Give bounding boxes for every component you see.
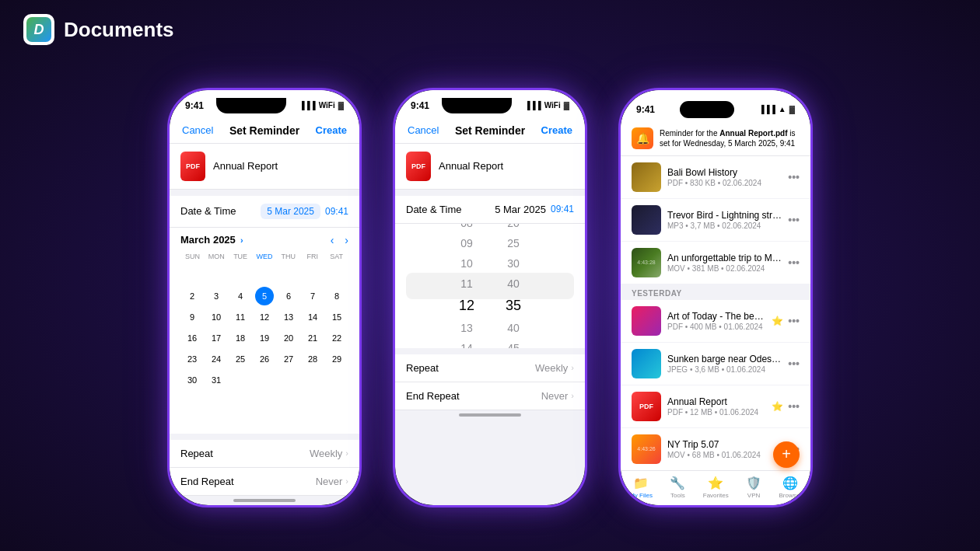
repeat-row-2[interactable]: Repeat Weekly › <box>395 354 585 382</box>
cancel-button-2[interactable]: Cancel <box>408 124 439 136</box>
cal-day[interactable]: 23 <box>183 350 201 368</box>
cal-day[interactable]: 18 <box>231 329 250 347</box>
cal-day[interactable]: 29 <box>327 350 346 368</box>
list-item[interactable]: Art of Today - The best works of ar... t… <box>621 300 810 343</box>
prev-month-button-1[interactable]: ‹ <box>331 234 334 246</box>
tab-my-files[interactable]: 📁 My Files <box>629 476 653 499</box>
fab-add-button[interactable]: + <box>773 441 800 468</box>
cal-day[interactable]: 28 <box>303 350 322 368</box>
nav-title-2: Set Reminder <box>455 124 525 137</box>
cancel-button-1[interactable]: Cancel <box>182 124 213 136</box>
phone-1-screen: 9:41 ▐▐▐ WiFi ▓ Cancel Set Reminder Crea… <box>170 90 359 505</box>
list-item[interactable]: Sunken barge near Odessa Dolphin JPEG • … <box>621 343 810 385</box>
cal-day[interactable]: 21 <box>303 329 322 347</box>
end-repeat-value-2: Never › <box>541 390 574 402</box>
cal-day[interactable]: 12 <box>255 308 274 326</box>
file-item-meta: PDF • 400 MB • 01.06.2024 <box>667 323 765 331</box>
file-list: Bali Bowl History PDF • 830 KB • 02.06.2… <box>621 156 810 470</box>
file-item-actions: ⭐ ••• <box>772 315 800 327</box>
list-item[interactable]: Bali Bowl History PDF • 830 KB • 02.06.2… <box>621 156 810 199</box>
file-item-meta: JPEG • 3,6 MB • 01.06.2024 <box>667 365 782 374</box>
minute-item: 20 <box>490 224 537 234</box>
tab-bar-3: 📁 My Files 🔧 Tools ⭐ Favorites 🛡️ VPN 🌐 <box>621 470 810 505</box>
cal-day[interactable]: 16 <box>183 329 201 347</box>
notification-text: Reminder for the Annual Report.pdf is se… <box>660 128 800 148</box>
cal-day[interactable]: 14 <box>303 308 322 326</box>
date-badge-1[interactable]: 5 Mar 2025 <box>261 204 320 219</box>
month-arrow-1: › <box>238 235 243 245</box>
cal-day[interactable]: 8 <box>327 287 346 305</box>
file-info: NY Trip 5.07 MOV • 68 MB • 01.06.2024 <box>667 439 782 459</box>
cal-day[interactable]: 26 <box>255 350 274 368</box>
end-repeat-chevron-1: › <box>345 476 348 486</box>
cal-day[interactable]: 11 <box>231 308 250 326</box>
cal-day[interactable]: 3 <box>207 287 226 305</box>
cal-day[interactable]: 22 <box>327 329 346 347</box>
more-button[interactable]: ••• <box>788 171 800 183</box>
hour-column[interactable]: 08 09 10 11 12 13 14 <box>443 224 490 348</box>
more-button[interactable]: ••• <box>788 256 800 269</box>
cal-day[interactable]: 17 <box>207 329 226 347</box>
tab-browser[interactable]: 🌐 Browser <box>779 476 801 499</box>
cal-day[interactable]: 4 <box>231 287 250 305</box>
minute-column[interactable]: 20 25 30 40 35 40 45 <box>490 224 537 348</box>
signal-icon-1: ▐▐▐ <box>299 101 315 110</box>
cal-day[interactable]: 10 <box>207 308 226 326</box>
cal-day[interactable]: 27 <box>279 350 298 368</box>
status-time-3: 9:41 <box>636 104 655 115</box>
tab-favorites[interactable]: ⭐ Favorites <box>703 476 729 499</box>
list-item[interactable]: 4:43:28 An unforgettable trip to Montene… <box>621 242 810 284</box>
file-info: Sunken barge near Odessa Dolphin JPEG • … <box>667 354 782 374</box>
tab-tools[interactable]: 🔧 Tools <box>670 476 685 499</box>
cal-day[interactable]: 19 <box>255 329 274 347</box>
end-repeat-row-2[interactable]: End Repeat Never › <box>395 382 585 410</box>
file-thumb-art <box>632 306 661 336</box>
repeat-chevron-2: › <box>571 363 574 372</box>
cal-day[interactable]: 9 <box>183 308 201 326</box>
browser-label: Browser <box>779 492 801 499</box>
create-button-2[interactable]: Create <box>541 124 572 136</box>
more-button[interactable]: ••• <box>788 315 800 327</box>
cal-day[interactable]: 2 <box>183 287 201 305</box>
cal-day[interactable]: 13 <box>279 308 298 326</box>
time-badge-2[interactable]: 09:41 <box>551 204 574 214</box>
list-item[interactable]: Trevor Bird - Lightning strike the stepp… <box>621 199 810 242</box>
file-item-actions: ••• <box>788 171 800 183</box>
cal-day[interactable]: 15 <box>327 308 346 326</box>
phone-1-nav-bar: Cancel Set Reminder Create <box>170 117 359 144</box>
more-button[interactable]: ••• <box>788 400 800 413</box>
file-thumb-montenegro: 4:43:28 <box>632 248 661 277</box>
cal-day[interactable]: 6 <box>279 287 298 305</box>
cal-day[interactable]: 24 <box>207 350 226 368</box>
signal-icon-3: ▐▐▐ <box>759 105 775 113</box>
cal-day[interactable]: 20 <box>279 329 298 347</box>
home-indicator-1 <box>233 499 296 502</box>
minute-item: 30 <box>490 253 537 274</box>
more-button[interactable]: ••• <box>788 214 800 226</box>
end-repeat-value-1: Never › <box>316 476 348 487</box>
cal-day[interactable]: 31 <box>207 371 226 389</box>
time-badge-1[interactable]: 09:41 <box>325 206 348 217</box>
file-item-name: Art of Today - The best works of ar... t… <box>667 311 765 322</box>
signal-icon-2: ▐▐▐ <box>524 101 541 110</box>
end-repeat-chevron-2: › <box>571 391 574 400</box>
status-icons-1: ▐▐▐ WiFi ▓ <box>299 101 344 110</box>
time-picker-2[interactable]: 08 09 10 11 12 13 14 20 25 30 40 35 <box>395 224 585 348</box>
battery-icon-3: ▓ <box>789 105 795 113</box>
notification-bar: 🔔 Reminder for the Annual Report.pdf is … <box>621 121 810 156</box>
date-text-2[interactable]: 5 Mar 2025 <box>495 204 546 215</box>
tab-vpn[interactable]: 🛡️ VPN <box>746 476 761 499</box>
file-item-name: NY Trip 5.07 <box>667 439 782 450</box>
file-info: Annual Report PDF • 12 MB • 01.06.2024 <box>667 396 765 417</box>
more-button[interactable]: ••• <box>788 357 800 370</box>
end-repeat-row-1[interactable]: End Repeat Never › <box>170 468 359 496</box>
cal-day[interactable]: 25 <box>231 350 250 368</box>
create-button-1[interactable]: Create <box>316 124 347 136</box>
next-month-button-1[interactable]: › <box>345 234 348 246</box>
my-files-icon: 📁 <box>633 476 649 490</box>
cal-day[interactable]: 30 <box>183 371 201 389</box>
cal-day-selected[interactable]: 5 <box>255 287 274 305</box>
cal-day[interactable]: 7 <box>303 287 322 305</box>
list-item[interactable]: PDF Annual Report PDF • 12 MB • 01.06.20… <box>621 385 810 428</box>
repeat-row-1[interactable]: Repeat Weekly › <box>170 440 359 468</box>
